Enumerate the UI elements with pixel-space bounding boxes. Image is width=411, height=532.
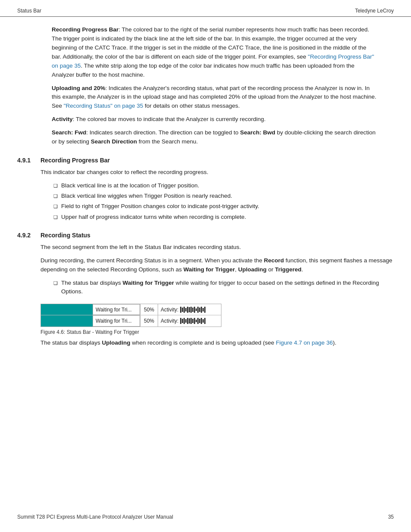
bar [192, 308, 193, 312]
bullet-text: Field to right of Trigger Position chang… [61, 202, 259, 211]
page-footer: Summit T28 PCI Express Multi-Lane Protoc… [0, 510, 411, 524]
section-491-heading: 4.9.1 Recording Progress Bar [17, 157, 394, 164]
section-492-heading: 4.9.2 Recording Status [17, 232, 394, 239]
recording-progress-bar-para: Recording Progress Bar: The colored bar … [52, 25, 377, 80]
para2-bold1: Record [264, 257, 284, 264]
activity-segment-2: Activity: [158, 315, 221, 327]
bar [187, 318, 188, 324]
section-492-para-after: The status bar displays Uploading when r… [40, 339, 394, 348]
para-after-link[interactable]: Figure 4.7 on page 36 [276, 339, 333, 346]
bar [196, 320, 197, 322]
footer-right: 35 [388, 514, 394, 520]
list-item: Black vertical line wiggles when Trigger… [53, 192, 394, 200]
header-right: Teledyne LeCroy [355, 8, 394, 14]
bar [197, 307, 199, 313]
search-fwd-term: Search: Fwd [52, 129, 86, 136]
bar [182, 319, 183, 323]
header-left: Status Bar [17, 8, 41, 14]
footer-left: Summit T28 PCI Express Multi-Lane Protoc… [17, 514, 173, 520]
bar [189, 307, 190, 312]
rpb-term: Recording Progress Bar [52, 26, 118, 33]
bar [189, 318, 190, 324]
section-492-para1: The second segment from the left in the … [40, 243, 394, 252]
bar [192, 319, 193, 323]
para-after-end: ). [333, 339, 336, 346]
section-492-number: 4.9.2 [17, 232, 34, 239]
bar [180, 307, 181, 313]
figure-46-container: Waiting for Tri... 50% Activity: [40, 304, 394, 335]
bar [187, 307, 188, 313]
pct-text-2: 50% [144, 318, 154, 324]
bar [199, 308, 200, 312]
pct-text-1: 50% [144, 307, 154, 313]
waiting-segment-2: Waiting for Tri... [93, 315, 140, 327]
bar [184, 318, 185, 324]
search-fwd-para: Search: Fwd: Indicates search direction.… [52, 128, 377, 146]
section-492-title: Recording Status [40, 232, 90, 239]
bullet1-text: The status bar displays Waiting for Trig… [61, 279, 394, 296]
bar [182, 308, 183, 312]
bar [190, 307, 192, 313]
activity-label-2: Activity: [161, 318, 178, 324]
bullet-text: Upper half of progress indicator turns w… [61, 213, 246, 221]
bar [180, 318, 181, 324]
uploading-para: Uploading and 20%: Indicates the Analyze… [52, 84, 377, 111]
bar [194, 318, 195, 324]
activity-label-1: Activity: [161, 307, 178, 313]
pct-segment-2: 50% [140, 315, 158, 327]
search-fwd-desc1: : Indicates search direction. The direct… [86, 129, 240, 136]
section-491-title: Recording Progress Bar [40, 157, 110, 164]
uploading-link[interactable]: "Recording Status" on page 35 [64, 103, 143, 109]
bar [201, 307, 202, 313]
list-item: The status bar displays Waiting for Trig… [53, 279, 394, 296]
bar [204, 307, 206, 313]
para2-bold2: Waiting for Trigger [184, 266, 235, 273]
waiting-segment-1: Waiting for Tri... [93, 304, 140, 315]
uploading-term: Uploading and 20% [52, 85, 106, 91]
para-after-mid: when recording is complete and is being … [131, 339, 276, 346]
rpb-desc2: . The white strip along the top edge of … [52, 62, 355, 78]
para2-bold3: Uploading [238, 266, 267, 273]
search-bwd-bold: Search: Bwd [240, 129, 275, 136]
status-bar-figure: Waiting for Tri... 50% Activity: [40, 304, 221, 327]
para2-end: . [302, 266, 303, 273]
para2-start: During recording, the current Recording … [40, 257, 264, 264]
section-491-list: Black vertical line is at the location o… [53, 181, 394, 221]
list-item: Upper half of progress indicator turns w… [53, 213, 394, 221]
main-indent: Recording Progress Bar: The colored bar … [52, 25, 377, 146]
list-item: Field to right of Trigger Position chang… [53, 202, 394, 211]
bar [202, 308, 204, 311]
section-492-body: The second segment from the left in the … [40, 243, 394, 348]
waiting-text-1: Waiting for Tri... [96, 307, 132, 313]
activity-bars-2 [180, 318, 206, 324]
activity-para: Activity: The colored bar moves to indic… [52, 115, 377, 124]
bar [184, 307, 185, 313]
bullet-text: Black vertical line is at the location o… [61, 181, 199, 190]
bar [185, 308, 187, 311]
activity-term: Activity [52, 116, 73, 122]
bar [190, 318, 192, 324]
para2-comma: , [235, 266, 238, 273]
bar [201, 318, 202, 324]
status-bar-row-2: Waiting for Tri... 50% Activity: [41, 315, 221, 327]
activity-bars-1 [180, 307, 206, 313]
main-content: Recording Progress Bar: The colored bar … [0, 17, 411, 378]
bar [196, 308, 197, 311]
page-header: Status Bar Teledyne LeCroy [0, 0, 411, 17]
bar [199, 319, 200, 323]
waiting-text-2: Waiting for Tri... [96, 318, 132, 324]
search-fwd-desc3: from the Search menu. [137, 138, 198, 145]
para2-bold4: Triggered [275, 266, 302, 273]
section-491-number: 4.9.1 [17, 157, 34, 164]
activity-segment-1: Activity: [158, 304, 221, 315]
teal-segment-2 [41, 315, 93, 327]
bar [202, 319, 204, 323]
para2-or: or [267, 266, 275, 273]
list-item: Black vertical line is at the location o… [53, 181, 394, 190]
section-491-intro: This indicator bar changes color to refl… [40, 168, 394, 177]
bullet1-start: The status bar displays [61, 280, 123, 286]
uploading-desc2: for details on other status messages. [143, 103, 240, 109]
bar [197, 318, 199, 324]
bullet1-bold: Waiting for Trigger [123, 280, 174, 286]
figure-46-caption: Figure 4.6: Status Bar - Waiting For Tri… [40, 329, 394, 335]
